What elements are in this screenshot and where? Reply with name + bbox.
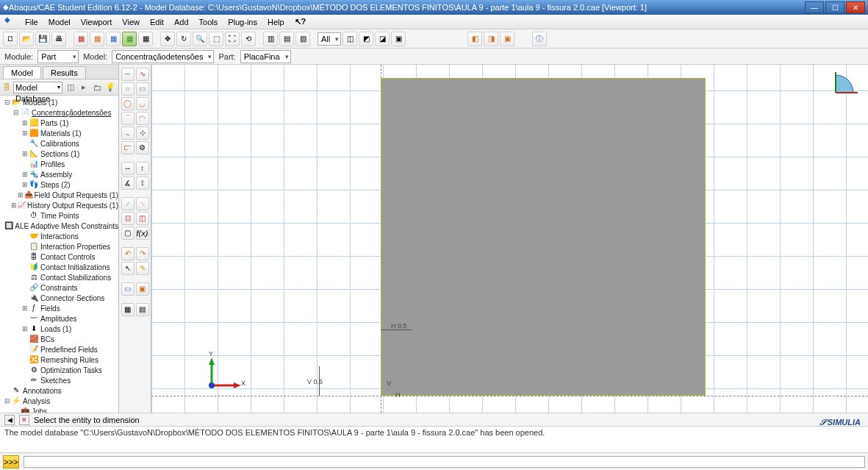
tree-node[interactable]: ⊞ƒFields (0, 303, 118, 313)
tree-node[interactable]: 🔰Contact Initializations (0, 262, 118, 272)
reset-button[interactable]: ⟲ (241, 32, 256, 46)
save-button[interactable]: 💾 (35, 32, 50, 46)
tool-arc2[interactable]: ⌒ (121, 112, 134, 125)
zoom-button[interactable]: 🔍 (193, 32, 207, 46)
grid3-button[interactable]: ▧ (295, 32, 310, 46)
tool-grid[interactable]: ▦ (121, 303, 134, 316)
sel3-button[interactable]: ◪ (375, 32, 390, 46)
tree-twisty-icon[interactable]: ⊞ (21, 119, 29, 127)
tool-undo[interactable]: ↶ (121, 247, 134, 260)
grid2-button[interactable]: ▤ (279, 32, 294, 46)
tree-node[interactable]: ⊞⬇Loads (1) (0, 324, 118, 334)
tree-twisty-icon[interactable]: ⊟ (12, 109, 20, 116)
view3-button[interactable]: ▦ (106, 32, 121, 46)
tree-twisty-icon[interactable]: ⊞ (21, 129, 29, 137)
tree-twisty-icon[interactable]: ⊞ (21, 171, 29, 178)
tree-node[interactable]: ⊞📐Sections (1) (0, 149, 118, 159)
view4-button[interactable]: ▦ (122, 32, 137, 46)
tree-node[interactable]: 🤝Interactions (0, 231, 118, 241)
whats-this-icon[interactable]: ↖? (295, 17, 306, 26)
print-button[interactable]: 🖶 (51, 32, 66, 46)
shade2-button[interactable]: ◨ (484, 32, 498, 46)
new-button[interactable]: 🗋 (3, 32, 18, 46)
pan-button[interactable]: ✥ (160, 32, 175, 46)
view2-button[interactable]: ▦ (90, 32, 104, 46)
cli-input[interactable] (24, 456, 865, 468)
tree-twisty-icon[interactable]: ⊞ (21, 150, 29, 157)
tree-expand-icon[interactable]: ▸ (79, 82, 89, 93)
tool-fillet[interactable]: ⦦ (121, 127, 134, 140)
tool-sketch[interactable]: ▭ (121, 282, 134, 296)
menu-viewport[interactable]: Viewport (76, 16, 117, 28)
zoombox-button[interactable]: ⬚ (209, 32, 223, 46)
tree-node[interactable]: 📋Interaction Properties (0, 241, 118, 252)
tree-twisty-icon[interactable]: ⊞ (11, 202, 17, 209)
menu-tools[interactable]: Tools (195, 16, 223, 28)
tree-node[interactable]: ⊟📄Concentraçãodetensões (0, 107, 118, 118)
tree-twisty-icon[interactable]: ⊟ (3, 99, 11, 106)
menu-edit[interactable]: Edit (146, 16, 168, 28)
tree-node[interactable]: 🔌Connector Sections (0, 293, 118, 303)
menu-plugins[interactable]: Plug-ins (223, 16, 262, 28)
tree-node[interactable]: ✏Sketches (0, 375, 118, 385)
tool-ellipse[interactable]: ◯ (121, 97, 134, 110)
menu-model[interactable]: Model (44, 16, 75, 28)
tree-node[interactable]: 🧱BCs (0, 334, 118, 344)
tool-merge[interactable]: ◫ (136, 212, 149, 225)
tree-node[interactable]: 📝Predefined Fields (0, 344, 118, 355)
part-plate[interactable] (381, 78, 706, 396)
tool-arc3[interactable]: ◠ (136, 112, 149, 125)
tool-select[interactable]: ↖ (121, 262, 134, 275)
tree-node[interactable]: ⊞🟧Materials (1) (0, 128, 118, 138)
tree-node[interactable]: ⚖Contact Stabilizations (0, 272, 118, 282)
sel1-button[interactable]: ◫ (342, 32, 357, 46)
tool-dim-rad[interactable]: ⟟ (136, 177, 149, 190)
tool-extend[interactable]: ⟍ (136, 197, 149, 210)
tree-node[interactable]: 🎛Contact Controls (0, 252, 118, 262)
tool-circle[interactable]: ○ (121, 82, 134, 96)
part-combo[interactable]: PlacaFina (240, 50, 291, 63)
rotate-button[interactable]: ↻ (176, 32, 191, 46)
tree-twisty-icon[interactable]: ⊞ (21, 325, 29, 332)
tool-cons[interactable]: ⊹ (136, 127, 149, 140)
tree-node[interactable]: ⊞👣Steps (2) (0, 179, 118, 190)
tool-offset[interactable]: ⫍ (121, 141, 134, 154)
shade3-button[interactable]: ▣ (500, 32, 514, 46)
tab-results[interactable]: Results (43, 66, 86, 79)
tree-node[interactable]: 〰Amplitudes (0, 313, 118, 324)
menu-add[interactable]: Add (170, 16, 193, 28)
tool-dim-h[interactable]: ↔ (121, 162, 134, 175)
tree-twisty-icon[interactable]: ⊞ (18, 191, 24, 199)
tree-node[interactable]: ⊞🔩Assembly (0, 169, 118, 179)
tool-spline[interactable]: ∿ (136, 68, 149, 81)
tool-trim[interactable]: ⟋ (121, 197, 134, 210)
model-combo[interactable]: Concentraçãodetensões (112, 50, 214, 63)
viewport[interactable]: H 0.5 V 0.5 V H Y X (151, 65, 868, 413)
tree-node[interactable]: ⊞📈History Output Requests (1) (0, 200, 118, 210)
open-button[interactable]: 📂 (19, 32, 34, 46)
tool-fx[interactable]: f(x) (136, 227, 149, 240)
tree-twisty-icon[interactable]: ⊞ (21, 181, 29, 188)
info-button[interactable]: ⓘ (532, 32, 547, 46)
tree-node[interactable]: ✎Annotations (0, 385, 118, 396)
close-button[interactable]: ✕ (846, 1, 865, 13)
tree-node[interactable]: 🔲ALE Adaptive Mesh Constraints (0, 221, 118, 231)
shade1-button[interactable]: ◧ (467, 32, 482, 46)
tool-dim-v[interactable]: ↕ (136, 162, 149, 175)
tool-edit[interactable]: ✎ (136, 262, 149, 275)
tree-node[interactable]: ⊞🟨Parts (1) (0, 118, 118, 128)
sel2-button[interactable]: ◩ (359, 32, 373, 46)
tree-node[interactable]: ⊞📤Field Output Requests (1) (0, 190, 118, 200)
tool-opt[interactable]: ▣ (136, 282, 149, 296)
prompt-back-button[interactable]: ◀ (4, 415, 15, 425)
tree-node[interactable]: 📊Profiles (0, 159, 118, 169)
tool-dim-ang[interactable]: ∡ (121, 177, 134, 190)
tab-model[interactable]: Model (3, 66, 41, 79)
menu-help[interactable]: Help (263, 16, 289, 28)
tree-node[interactable]: ⏱Time Points (0, 210, 118, 221)
maximize-button[interactable]: ☐ (825, 1, 844, 13)
grid1-button[interactable]: ▥ (263, 32, 278, 46)
tool-rect[interactable]: ▭ (136, 82, 149, 96)
tool-table[interactable]: ▤ (136, 303, 149, 316)
tree-bulb-icon[interactable]: 💡 (105, 82, 115, 93)
